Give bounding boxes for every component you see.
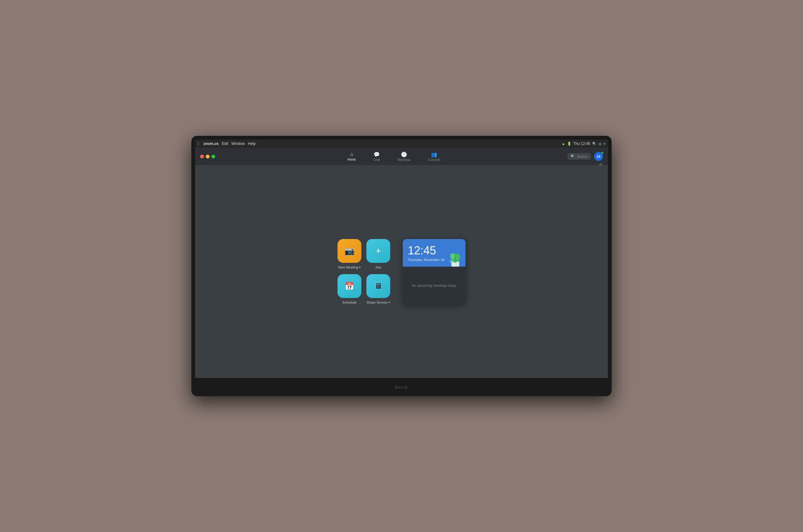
join-icon: + <box>376 246 381 256</box>
calendar-header: 12:45 Thursday, November 26 <box>403 239 465 267</box>
toolbar-right: 🔍 Search JS <box>568 152 603 161</box>
new-meeting-icon: 📷 <box>344 246 355 256</box>
control-center-icon[interactable]: ≡ <box>604 142 605 146</box>
contacts-label: Contacts <box>428 158 440 162</box>
meetings-icon: 🕐 <box>401 152 407 157</box>
svg-point-3 <box>455 254 460 260</box>
home-label: Home <box>347 158 356 161</box>
search-menubar-icon[interactable]: 🔍 <box>592 142 597 146</box>
menu-window[interactable]: Window <box>231 141 245 146</box>
new-meeting-item[interactable]: 📷 New Meeting ▾ <box>338 239 361 269</box>
meetings-label: Meetings <box>397 158 410 162</box>
menubar-left:  zoom.us Edit Window Help <box>198 141 256 146</box>
traffic-lights <box>200 155 215 158</box>
monitor-brand-label: BenQ <box>395 385 408 390</box>
schedule-item[interactable]: 📅 Schedule <box>338 274 361 304</box>
chat-label: Chat <box>373 158 380 162</box>
menu-help[interactable]: Help <box>248 141 256 146</box>
svg-point-5 <box>450 260 453 263</box>
share-screen-item[interactable]: 🖥 Share Screen ▾ <box>366 274 390 304</box>
join-button[interactable]: + <box>366 239 390 263</box>
share-screen-icon: 🖥 <box>375 282 382 290</box>
menubar:  zoom.us Edit Window Help ▲ 🔋 Thu 12:46… <box>195 139 608 148</box>
share-screen-dropdown-icon: ▾ <box>389 301 390 304</box>
home-icon: ⌂ <box>350 152 353 157</box>
join-label: Join <box>375 265 381 269</box>
apple-logo-icon[interactable]:  <box>198 141 199 146</box>
monitor-bezel-bottom: BenQ <box>195 378 608 396</box>
menubar-right: ▲ 🔋 Thu 12:46 🔍 ◎ ≡ <box>562 141 605 146</box>
avatar[interactable]: JS <box>594 152 603 161</box>
no-meetings-text: No upcoming meetings today <box>412 284 456 287</box>
search-icon: 🔍 <box>571 154 575 158</box>
avatar-initials: JS <box>596 155 600 158</box>
close-button[interactable] <box>200 155 204 158</box>
schedule-icon: 📅 <box>345 282 354 290</box>
join-item[interactable]: + Join <box>366 239 390 269</box>
tab-meetings[interactable]: 🕐 Meetings <box>395 150 413 163</box>
zoom-content: 📷 New Meeting ▾ + Join <box>195 165 608 378</box>
share-screen-label: Share Screen ▾ <box>366 301 390 304</box>
schedule-button[interactable]: 📅 <box>338 274 361 298</box>
new-meeting-button[interactable]: 📷 <box>338 239 361 263</box>
menu-edit[interactable]: Edit <box>222 141 228 146</box>
search-box[interactable]: 🔍 Search <box>568 153 591 160</box>
maximize-button[interactable] <box>211 155 215 158</box>
schedule-label: Schedule <box>342 301 357 304</box>
app-name[interactable]: zoom.us <box>203 141 218 146</box>
calendar-body: No upcoming meetings today <box>403 267 465 304</box>
share-screen-button[interactable]: 🖥 <box>366 274 390 298</box>
monitor-screen:  zoom.us Edit Window Help ▲ 🔋 Thu 12:46… <box>195 139 608 378</box>
minimize-button[interactable] <box>206 155 210 158</box>
new-meeting-label: New Meeting ▾ <box>338 265 361 269</box>
online-badge <box>601 152 604 154</box>
battery-icon: 🔋 <box>567 142 572 146</box>
zoom-toolbar: ⌂ Home 💬 Chat 🕐 Meetings 👥 Contacts <box>195 148 608 165</box>
menubar-time: Thu 12:46 <box>573 141 590 146</box>
tab-home[interactable]: ⌂ Home <box>345 150 359 163</box>
wifi-icon: ▲ <box>562 142 565 146</box>
plant-decoration <box>448 249 462 267</box>
tab-contacts[interactable]: 👥 Contacts <box>425 150 443 163</box>
contacts-icon: 👥 <box>431 152 437 157</box>
siri-icon[interactable]: ◎ <box>598 142 601 146</box>
toolbar-nav: ⌂ Home 💬 Chat 🕐 Meetings 👥 Contacts <box>220 150 568 163</box>
new-meeting-dropdown-icon: ▾ <box>359 266 361 269</box>
tab-chat[interactable]: 💬 Chat <box>371 150 382 163</box>
search-placeholder: Search <box>577 155 588 158</box>
action-grid: 📷 New Meeting ▾ + Join <box>338 239 390 304</box>
svg-point-2 <box>450 253 455 260</box>
monitor:  zoom.us Edit Window Help ▲ 🔋 Thu 12:46… <box>191 136 612 396</box>
calendar-widget: 12:45 Thursday, November 26 No upcoming … <box>403 239 465 304</box>
chat-icon: 💬 <box>374 152 380 157</box>
svg-rect-4 <box>455 257 456 262</box>
